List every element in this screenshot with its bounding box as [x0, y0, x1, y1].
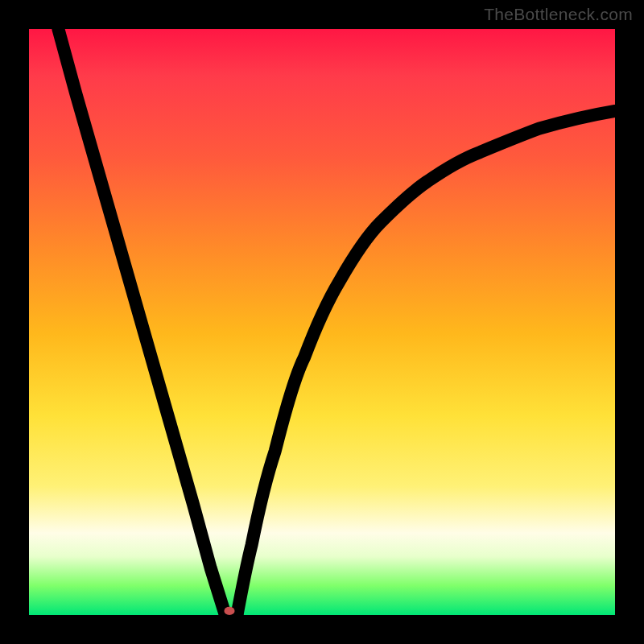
min-marker: [224, 607, 234, 615]
curve-right-ascent: [237, 111, 615, 615]
bottleneck-curve: [29, 29, 615, 615]
chart-frame: TheBottleneck.com: [0, 0, 644, 644]
watermark-text: TheBottleneck.com: [484, 5, 633, 24]
curve-left-descent: [58, 29, 225, 615]
plot-area: [29, 29, 615, 615]
